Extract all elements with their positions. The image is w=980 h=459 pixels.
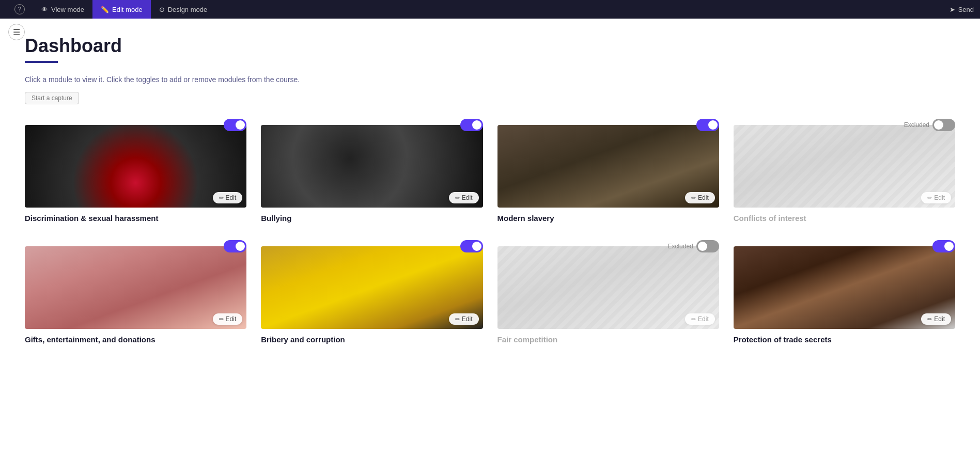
page-description: Click a module to view it. Click the tog… [25,75,955,84]
toggle-protection[interactable] [932,240,955,252]
toggle-fair-competition[interactable] [696,240,719,252]
send-icon: ➤ [950,6,955,13]
module-card-discrimination[interactable]: ✏EditDiscrimination & sexual harassment [25,119,246,224]
module-card-protection[interactable]: ✏EditProtection of trade secrets [734,240,955,345]
card-image-bribery: ✏Edit [261,246,483,329]
topbar-help[interactable]: ? [6,0,33,19]
capture-button[interactable]: Start a capture [25,92,79,104]
toggle-area-discrimination [224,119,246,131]
card-image-modern-slavery: ✏Edit [497,125,719,208]
edit-pencil-icon: ✏ [927,195,932,201]
edit-button-bribery[interactable]: ✏Edit [449,313,479,325]
card-title-bullying: Bullying [261,213,483,224]
module-grid: ✏EditDiscrimination & sexual harassment✏… [25,119,955,345]
toggle-modern-slavery[interactable] [696,119,719,131]
card-title-gifts: Gifts, entertainment, and donations [25,334,246,345]
toggle-area-protection [932,240,955,252]
help-icon: ? [14,4,25,14]
module-card-gifts[interactable]: ✏EditGifts, entertainment, and donations [25,240,246,345]
topbar-design-mode[interactable]: ⊙ Design mode [151,0,216,19]
edit-pencil-icon: ✏ [691,316,696,323]
topbar-view-mode[interactable]: 👁 View mode [33,0,92,19]
module-card-bribery[interactable]: ✏EditBribery and corruption [261,240,483,345]
toggle-discrimination[interactable] [224,119,246,131]
title-underline [25,61,58,63]
toggle-area-conflicts: Excluded [904,119,955,131]
pencil-icon: ✏️ [101,6,109,13]
card-image-bullying: ✏Edit [261,125,483,208]
edit-button-discrimination[interactable]: ✏Edit [213,192,243,203]
excluded-label-fair-competition: Excluded [667,243,693,250]
toggle-gifts[interactable] [224,240,246,252]
card-title-fair-competition: Fair competition [497,334,719,345]
card-title-modern-slavery: Modern slavery [497,213,719,224]
main-content: Dashboard Click a module to view it. Cli… [0,19,980,370]
edit-button-protection[interactable]: ✏Edit [921,313,951,325]
topbar: ? 👁 View mode ✏️ Edit mode ⊙ Design mode… [0,0,980,19]
card-image-discrimination: ✏Edit [25,125,246,208]
module-card-bullying[interactable]: ✏EditBullying [261,119,483,224]
excluded-label-conflicts: Excluded [904,121,929,129]
edit-pencil-icon: ✏ [691,195,696,201]
edit-button-fair-competition[interactable]: ✏Edit [685,313,715,325]
edit-pencil-icon: ✏ [219,195,224,201]
card-image-protection: ✏Edit [734,246,955,329]
module-card-conflicts[interactable]: Excluded✏EditConflicts of interest [734,119,955,224]
card-image-fair-competition: ✏Edit [497,246,719,329]
topbar-send[interactable]: ➤ Send [950,6,974,13]
toggle-bullying[interactable] [460,119,483,131]
design-icon: ⊙ [159,6,165,13]
card-image-conflicts: ✏Edit [734,125,955,208]
topbar-edit-mode[interactable]: ✏️ Edit mode [92,0,151,19]
edit-pencil-icon: ✏ [455,195,460,201]
menu-icon[interactable]: ☰ [8,24,25,40]
module-card-fair-competition[interactable]: Excluded✏EditFair competition [497,240,719,345]
toggle-area-bribery [460,240,483,252]
card-title-discrimination: Discrimination & sexual harassment [25,213,246,224]
toggle-area-fair-competition: Excluded [667,240,719,252]
card-title-protection: Protection of trade secrets [734,334,955,345]
card-title-bribery: Bribery and corruption [261,334,483,345]
module-card-modern-slavery[interactable]: ✏EditModern slavery [497,119,719,224]
edit-mode-label: Edit mode [112,6,143,13]
send-label: Send [958,6,974,13]
edit-pencil-icon: ✏ [927,316,932,323]
toggle-area-modern-slavery [696,119,719,131]
toggle-conflicts[interactable] [932,119,955,131]
card-image-gifts: ✏Edit [25,246,246,329]
toggle-area-bullying [460,119,483,131]
edit-pencil-icon: ✏ [455,316,460,323]
design-mode-label: Design mode [168,6,208,13]
toggle-bribery[interactable] [460,240,483,252]
eye-icon: 👁 [41,6,48,13]
view-mode-label: View mode [51,6,84,13]
edit-button-modern-slavery[interactable]: ✏Edit [685,192,715,203]
edit-button-bullying[interactable]: ✏Edit [449,192,479,203]
edit-button-conflicts[interactable]: ✏Edit [921,192,951,203]
toggle-area-gifts [224,240,246,252]
page-title: Dashboard [25,35,955,57]
card-title-conflicts: Conflicts of interest [734,213,955,224]
edit-button-gifts[interactable]: ✏Edit [213,313,243,325]
edit-pencil-icon: ✏ [219,316,224,323]
